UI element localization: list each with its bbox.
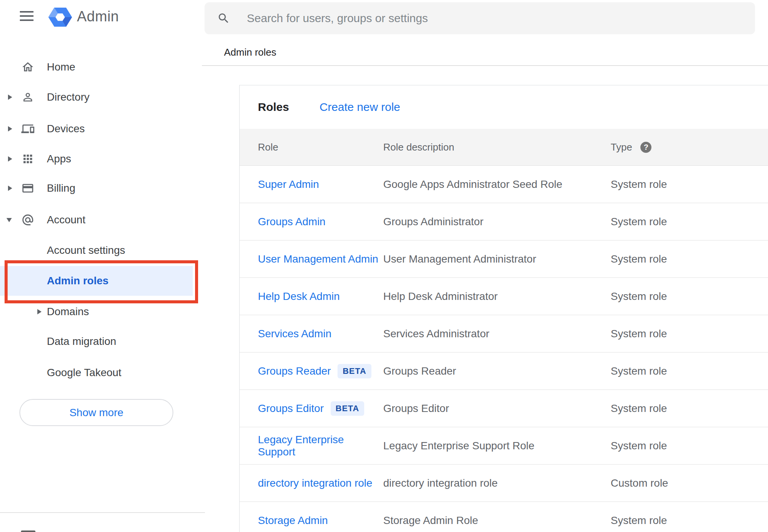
search-input[interactable] — [246, 11, 705, 25]
sidebar-item-directory[interactable]: Directory — [0, 82, 205, 112]
product-title: Admin — [77, 8, 119, 25]
role-type: Custom role — [611, 477, 668, 489]
sidebar-item-apps[interactable]: Apps — [0, 144, 205, 174]
sidebar-item-label: Domains — [47, 306, 89, 318]
sidebar-item-label: Google Takeout — [47, 367, 122, 379]
table-row: Legacy Enterprise Support Legacy Enterpr… — [240, 427, 768, 465]
expand-caret-icon[interactable] — [8, 186, 12, 191]
search-bar[interactable] — [205, 2, 755, 34]
breadcrumb: Admin roles — [224, 46, 276, 58]
devices-icon — [21, 122, 34, 135]
sidebar-item-label: Account settings — [47, 244, 125, 256]
google-admin-console: Admin Home Directory Devices — [0, 0, 768, 532]
role-link[interactable]: directory integration role — [258, 477, 372, 489]
role-description: Storage Admin Role — [383, 514, 478, 526]
search-icon — [217, 12, 230, 25]
table-row: Groups Reader BETA Groups Reader System … — [240, 353, 768, 390]
sidebar-item-account[interactable]: Account — [0, 205, 205, 235]
credit-card-icon — [21, 182, 34, 195]
hamburger-menu-icon[interactable] — [20, 11, 34, 21]
roles-card-header: Roles Create new role — [240, 85, 768, 129]
at-sign-icon — [21, 213, 34, 226]
role-description: Groups Administrator — [383, 216, 483, 228]
help-icon[interactable]: ? — [640, 142, 651, 153]
table-row: Groups Admin Groups Administrator System… — [240, 203, 768, 240]
roles-card: Roles Create new role Role Role descript… — [239, 85, 768, 532]
sidebar-item-home[interactable]: Home — [0, 52, 205, 82]
table-row: Help Desk Admin Help Desk Administrator … — [240, 278, 768, 315]
role-link[interactable]: Storage Admin — [258, 514, 328, 527]
role-description: User Management Administrator — [383, 253, 536, 265]
sidebar-item-billing[interactable]: Billing — [0, 173, 205, 204]
role-type: System role — [611, 253, 667, 265]
table-row: directory integration role directory int… — [240, 465, 768, 502]
role-link[interactable]: Legacy Enterprise Support — [258, 434, 383, 458]
show-more-button[interactable]: Show more — [19, 399, 173, 426]
role-description: directory integration role — [383, 477, 498, 489]
beta-badge: BETA — [338, 364, 371, 378]
sidebar-item-label: Apps — [47, 153, 71, 165]
sidebar-item-label: Devices — [47, 123, 85, 135]
sidebar-item-label: Home — [47, 61, 75, 73]
sidebar-item-label: Data migration — [47, 335, 116, 348]
sidebar-item-account-settings[interactable]: Account settings — [0, 235, 205, 266]
expand-caret-icon[interactable] — [8, 126, 12, 131]
role-type: System role — [611, 440, 667, 452]
sidebar-item-label: Billing — [47, 182, 75, 194]
table-row: Services Admin Services Administrator Sy… — [240, 315, 768, 353]
role-description: Groups Reader — [383, 365, 456, 377]
role-link[interactable]: Groups Editor — [258, 402, 324, 415]
sidebar-item-devices[interactable]: Devices — [0, 114, 205, 144]
sidebar-bottom-divider — [0, 512, 205, 513]
role-type: System role — [611, 402, 667, 415]
role-type: System role — [611, 328, 667, 340]
table-header-row: Role Role description Type ? — [240, 129, 768, 166]
role-type: System role — [611, 178, 667, 191]
role-link[interactable]: Super Admin — [258, 178, 319, 191]
role-type: System role — [611, 365, 667, 377]
role-link[interactable]: User Management Admin — [258, 253, 378, 265]
role-type: System role — [611, 514, 667, 527]
expand-caret-icon[interactable] — [37, 309, 42, 314]
create-new-role-link[interactable]: Create new role — [320, 101, 400, 114]
sidebar: Admin Home Directory Devices — [0, 0, 205, 532]
column-header-type: Type — [611, 141, 632, 153]
header-divider — [202, 65, 768, 66]
sidebar-item-label: Account — [47, 214, 85, 226]
card-title: Roles — [258, 101, 289, 114]
role-description: Services Administrator — [383, 328, 490, 340]
sidebar-item-data-migration[interactable]: Data migration — [0, 326, 205, 357]
sidebar-item-admin-roles-selected[interactable]: Admin roles — [0, 266, 193, 296]
role-description: Groups Editor — [383, 402, 449, 414]
table-row: Groups Editor BETA Groups Editor System … — [240, 390, 768, 427]
home-icon — [21, 61, 34, 74]
partial-bottom-icon — [21, 530, 35, 532]
column-header-description: Role description — [383, 141, 454, 153]
sidebar-item-domains[interactable]: Domains — [0, 296, 205, 327]
apps-grid-icon — [21, 152, 34, 165]
collapse-caret-icon[interactable] — [6, 218, 12, 222]
table-row: User Management Admin User Management Ad… — [240, 240, 768, 278]
person-icon — [21, 91, 34, 104]
sidebar-item-label: Admin roles — [47, 275, 109, 287]
sidebar-item-label: Directory — [47, 91, 90, 103]
role-description: Help Desk Administrator — [383, 290, 498, 302]
admin-logo-icon — [48, 6, 72, 28]
expand-caret-icon[interactable] — [8, 95, 12, 100]
role-type: System role — [611, 216, 667, 228]
role-link[interactable]: Help Desk Admin — [258, 290, 340, 303]
sidebar-item-google-takeout[interactable]: Google Takeout — [0, 357, 205, 388]
column-header-role: Role — [258, 141, 278, 153]
role-type: System role — [611, 290, 667, 303]
role-description: Legacy Enterprise Support Role — [383, 440, 534, 452]
role-link[interactable]: Groups Admin — [258, 216, 325, 228]
table-row: Super Admin Google Apps Administrator Se… — [240, 166, 768, 203]
expand-caret-icon[interactable] — [8, 156, 12, 162]
role-link[interactable]: Services Admin — [258, 328, 331, 340]
beta-badge: BETA — [331, 401, 364, 416]
role-description: Google Apps Administrator Seed Role — [383, 178, 562, 190]
table-row: Storage Admin Storage Admin Role System … — [240, 502, 768, 532]
role-link[interactable]: Groups Reader — [258, 365, 331, 377]
